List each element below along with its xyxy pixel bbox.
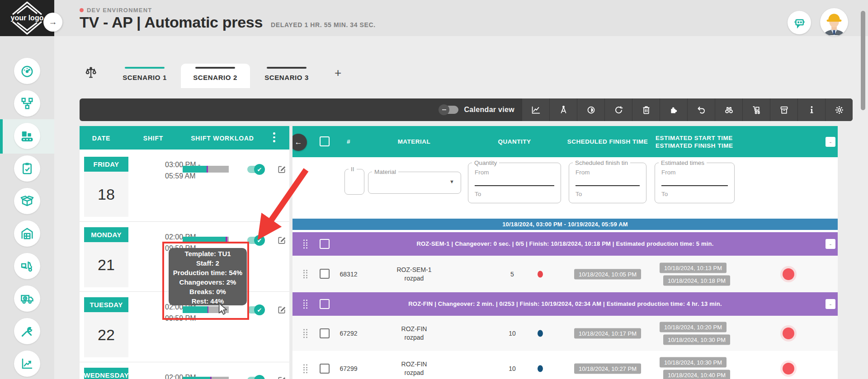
drag-handle[interactable] [303,239,307,248]
orders-header: ← # MATERIAL QUANTITY SCHEDULED FINISH T… [292,126,838,157]
compare-scenarios-button[interactable] [84,66,98,80]
scheduled-to-input[interactable]: To [576,191,582,197]
date-number: 22 [84,312,128,357]
column-quantity: QUANTITY [498,138,531,145]
title-row: TV - AP | Automatic press DELAYED 1 HR. … [80,14,376,31]
toolbar-delete-button[interactable] [632,98,660,121]
estimated-to-input[interactable]: To [661,191,668,197]
material-variant: rozpad [397,274,432,283]
group-checkbox[interactable] [320,239,330,249]
toolbar-binoculars-button[interactable] [715,98,742,121]
orders-panel: ← # MATERIAL QUANTITY SCHEDULED FINISH T… [292,126,838,379]
workload-changeover-segment [210,377,212,379]
load-cart-icon [752,105,761,115]
edit-shift-button[interactable] [277,375,286,379]
toolbar-settings-button[interactable] [825,98,853,121]
order-row-68312[interactable]: 68312 ROZ-SEM-1 rozpad 5 10/18/2024, 10:… [292,256,838,292]
filter-divider [475,185,554,186]
calendar-view-toggle[interactable]: Calendar view [440,106,514,114]
workload-tooltip: Template: TU1 Staff: 2 Production time: … [169,248,247,305]
workload-bar[interactable] [183,166,229,173]
sidebar-collapse-button[interactable]: → [43,13,62,32]
undo-icon [697,105,706,115]
order-row-67299[interactable]: 67299 ROZ-FIN rozpad 10 10/18/2024, 10:2… [292,351,838,379]
shift-panel-menu-button[interactable] [273,132,275,142]
edit-shift-button[interactable] [277,235,286,244]
process-flow-icon [20,97,34,110]
sidebar-item-forklift[interactable] [14,253,40,279]
column-shift-workload: SHIFT WORKLOAD [191,135,254,142]
assistant-chat-button[interactable] [788,11,811,34]
add-scenario-button[interactable]: + [335,67,341,79]
material-name: ROZ-FIN [401,360,427,369]
estimated-start-chip: 10/18/2024, 10:20 PM [660,322,726,332]
toolbar-info-button[interactable] [797,98,825,121]
column-estimated-start: ESTIMATED START TIME [656,134,733,142]
page-scrollbar[interactable] [861,11,865,110]
drag-handle[interactable] [303,329,307,338]
edit-shift-button[interactable] [277,305,286,314]
arrow-right-icon: → [49,17,57,27]
shift-enabled-toggle[interactable]: ✔ [247,166,263,173]
shift-enabled-toggle[interactable]: ✔ [247,306,263,313]
calendar-view-toggle-knob [439,104,449,115]
workload-bar[interactable] [183,377,229,379]
collapse-group-button[interactable]: - [826,239,835,249]
sidebar-item-dashboard[interactable] [14,58,40,84]
sidebar-item-analytics[interactable] [14,351,40,377]
tab-scenario-2[interactable]: SCENARIO 2 [193,74,237,81]
material-variant: rozpad [401,369,427,377]
toolbar-load-cart-button[interactable] [742,98,770,121]
select-all-checkbox[interactable] [320,136,330,146]
order-id-filter[interactable]: II [344,166,364,195]
group-checkbox[interactable] [320,299,330,309]
sidebar-item-process-flow[interactable] [14,90,40,117]
estimated-start-chip: 10/18/2024, 10:30 PM [660,357,726,368]
scheduled-finish-chip: 10/18/2024, 10:27 PM [574,364,641,374]
row-checkbox[interactable] [320,328,330,338]
toolbar-undo-button[interactable] [687,98,715,121]
workload-bar[interactable] [183,306,229,313]
sidebar-item-warehouse[interactable] [14,220,40,247]
quantity-from-input[interactable]: From [475,169,489,176]
forklift-icon [20,259,34,273]
tab-scenario-1[interactable]: SCENARIO 1 [123,74,167,81]
toolbar-refresh-button[interactable] [604,98,632,121]
collapse-group-button[interactable]: - [826,299,835,309]
workload-bar[interactable] [183,237,229,243]
tab-scenario-3[interactable]: SCENARIO 3 [264,74,309,81]
drag-handle[interactable] [303,364,307,373]
sidebar-item-tasks[interactable] [14,155,40,182]
tooltip-staff: Staff: 2 [169,258,247,268]
panel-back-button[interactable]: ← [292,134,307,151]
estimated-from-input[interactable]: From [661,169,676,176]
drag-handle[interactable] [303,270,307,279]
row-checkbox[interactable] [320,364,330,374]
toolbar-puzzle-button[interactable] [660,98,687,121]
drag-handle[interactable] [303,299,307,309]
material-group-row[interactable]: ROZ-FIN | Changeover: 2 min. | 0/253 | F… [292,292,838,316]
scheduled-from-input[interactable]: From [576,169,590,176]
material-filter-select[interactable]: Material ▼ [368,168,461,194]
estimated-start-chip: 10/18/2024, 10:13 PM [660,262,726,273]
toolbar-compass-button[interactable] [549,98,577,121]
shift-enabled-toggle[interactable]: ✔ [247,237,263,244]
collapse-table-button[interactable]: - [826,137,835,147]
chevron-down-icon[interactable]: ▼ [449,179,454,184]
shift-enabled-toggle[interactable]: ✔ [247,377,263,379]
sidebar-item-production-line[interactable] [14,123,40,149]
toolbar-archive-button[interactable] [770,98,797,121]
user-avatar[interactable] [820,8,848,36]
column-estimated-times: ESTIMATED START TIME ESTIMATED FINISH TI… [656,134,733,150]
toolbar-visibility-button[interactable] [577,98,604,121]
workload-changeover-segment [207,166,208,173]
material-group-row[interactable]: ROZ-SEM-1 | Changeover: 0 sec. | 0/5 | F… [292,232,838,256]
edit-shift-button[interactable] [277,164,286,173]
row-checkbox[interactable] [320,269,330,279]
order-row-67292[interactable]: 67292 ROZ-FIN rozpad 10 10/18/2024, 10:1… [292,316,838,351]
sidebar-item-maintenance[interactable] [14,318,40,344]
sidebar-item-packaging[interactable] [14,188,40,214]
toolbar-trend-chart-button[interactable] [522,98,549,121]
quantity-to-input[interactable]: To [475,191,481,197]
sidebar-item-delivery[interactable] [14,285,40,312]
